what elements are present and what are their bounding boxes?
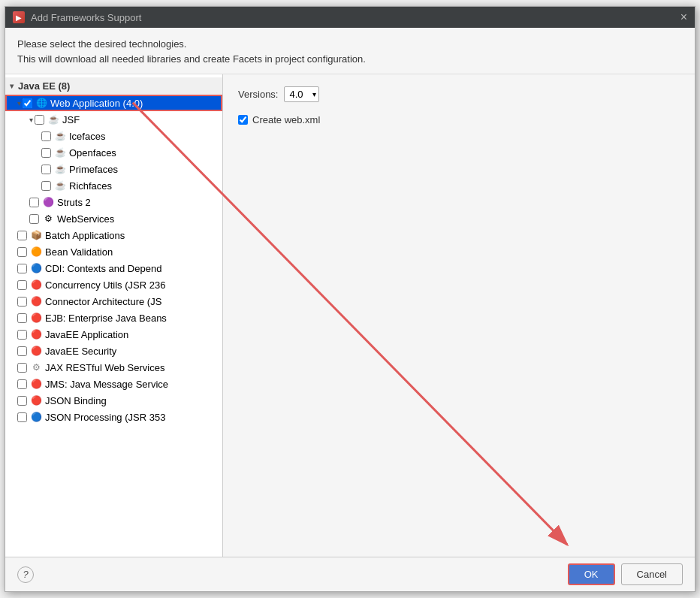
connector-icon: 🔴 xyxy=(30,295,42,307)
webservices-label: WebServices xyxy=(57,213,114,225)
group-java-ee: ▾ Java EE (8) xyxy=(5,77,222,95)
dialog-header: Please select the desired technologies. … xyxy=(5,28,695,74)
tree-item-batch[interactable]: 📦 Batch Applications xyxy=(5,227,222,243)
jax-restful-icon: ⚙ xyxy=(30,361,42,373)
header-line1: Please select the desired technologies. xyxy=(17,37,683,52)
bean-validation-icon: 🟠 xyxy=(30,246,42,258)
footer-right: OK Cancel xyxy=(568,563,683,585)
group-label: Java EE (8) xyxy=(18,80,70,92)
checkbox-batch[interactable] xyxy=(17,231,27,240)
checkbox-webservices[interactable] xyxy=(29,214,39,224)
title-bar: ▶ Add Frameworks Support × xyxy=(5,7,695,28)
json-binding-label: JSON Binding xyxy=(45,395,107,406)
dialog-body: Please select the desired technologies. … xyxy=(5,28,695,591)
create-webxml-row: Create web.xml xyxy=(238,114,680,125)
dialog-content: ▾ Java EE (8) ▾ 🌐 Web Application (4.0) … xyxy=(5,74,695,557)
tree-item-struts2[interactable]: 🟣 Struts 2 xyxy=(5,194,222,210)
group-arrow: ▾ xyxy=(10,82,14,90)
tree-item-json-processing[interactable]: 🔵 JSON Processing (JSR 353 xyxy=(5,409,222,425)
richfaces-label: Richfaces xyxy=(69,180,112,192)
help-button[interactable]: ? xyxy=(17,566,34,583)
checkbox-ejb[interactable] xyxy=(17,313,27,323)
struts2-label: Struts 2 xyxy=(57,197,91,208)
tree-item-concurrency[interactable]: 🔴 Concurrency Utils (JSR 236 xyxy=(5,276,222,293)
openfaces-label: Openfaces xyxy=(69,147,116,159)
expand-arrow-jsf: ▾ xyxy=(29,116,33,124)
footer-left: ? xyxy=(17,566,34,583)
cancel-button[interactable]: Cancel xyxy=(621,563,683,585)
tree-item-richfaces[interactable]: ☕ Richfaces xyxy=(5,177,222,194)
header-line2: This will download all needed libraries … xyxy=(17,52,683,67)
tree-item-webservices[interactable]: ⚙ WebServices xyxy=(5,210,222,227)
cdi-icon: 🔵 xyxy=(30,262,42,274)
json-processing-label: JSON Processing (JSR 353 xyxy=(45,412,165,423)
checkbox-javaee-app[interactable] xyxy=(17,330,27,340)
tree-item-jax-restful[interactable]: ⚙ JAX RESTful Web Services xyxy=(5,359,222,376)
javaee-security-label: JavaEE Security xyxy=(45,346,116,357)
checkbox-bean-validation[interactable] xyxy=(17,247,27,257)
add-frameworks-dialog: ▶ Add Frameworks Support × Please select… xyxy=(5,6,695,592)
checkbox-web-application[interactable] xyxy=(23,98,32,108)
checkbox-jsf[interactable] xyxy=(35,115,44,125)
checkbox-concurrency[interactable] xyxy=(17,280,27,290)
close-button[interactable]: × xyxy=(680,11,687,23)
versions-row: Versions: 3.0 4.0 5.0 xyxy=(238,86,680,102)
checkbox-json-processing[interactable] xyxy=(17,412,27,422)
json-processing-icon: 🔵 xyxy=(30,411,42,423)
checkbox-richfaces[interactable] xyxy=(41,181,51,191)
web-application-label: Web Application (4.0) xyxy=(50,98,143,109)
struts2-icon: 🟣 xyxy=(42,196,54,208)
primefaces-icon: ☕ xyxy=(54,163,66,175)
tree-item-bean-validation[interactable]: 🟠 Bean Validation xyxy=(5,243,222,260)
app-icon: ▶ xyxy=(13,11,25,23)
jax-restful-label: JAX RESTful Web Services xyxy=(45,362,164,373)
openfaces-icon: ☕ xyxy=(54,146,66,159)
tree-item-connector[interactable]: 🔴 Connector Architecture (JS xyxy=(5,293,222,310)
connector-label: Connector Architecture (JS xyxy=(45,296,161,307)
tree-item-jms[interactable]: 🔴 JMS: Java Message Service xyxy=(5,376,222,392)
checkbox-jms[interactable] xyxy=(17,379,27,389)
ok-button[interactable]: OK xyxy=(568,563,615,585)
tree-item-openfaces[interactable]: ☕ Openfaces xyxy=(5,144,222,161)
tree-item-javaee-app[interactable]: 🔴 JavaEE Application xyxy=(5,326,222,343)
expand-arrow-web: ▾ xyxy=(17,99,21,107)
jsf-label: JSF xyxy=(62,114,80,125)
checkbox-openfaces[interactable] xyxy=(41,148,51,158)
checkbox-icefaces[interactable] xyxy=(41,131,51,141)
checkbox-jax-restful[interactable] xyxy=(17,363,27,373)
versions-select[interactable]: 3.0 4.0 5.0 xyxy=(284,86,319,102)
webservices-icon: ⚙ xyxy=(42,213,54,225)
ejb-icon: 🔴 xyxy=(30,312,42,324)
javaee-app-label: JavaEE Application xyxy=(45,329,128,340)
create-webxml-checkbox[interactable] xyxy=(238,115,248,125)
icefaces-label: Icefaces xyxy=(69,131,105,142)
tree-item-jsf[interactable]: ▾ ☕ JSF xyxy=(5,111,222,128)
jsf-icon: ☕ xyxy=(47,113,59,125)
checkbox-cdi[interactable] xyxy=(17,264,27,273)
tree-item-cdi[interactable]: 🔵 CDI: Contexts and Depend xyxy=(5,260,222,276)
tree-item-icefaces[interactable]: ☕ Icefaces xyxy=(5,128,222,144)
batch-label: Batch Applications xyxy=(45,230,125,241)
tree-item-primefaces[interactable]: ☕ Primefaces xyxy=(5,161,222,177)
create-webxml-label[interactable]: Create web.xml xyxy=(252,114,320,125)
javaee-app-icon: 🔴 xyxy=(30,328,42,340)
primefaces-label: Primefaces xyxy=(69,164,118,175)
tree-item-ejb[interactable]: 🔴 EJB: Enterprise Java Beans xyxy=(5,310,222,326)
ejb-label: EJB: Enterprise Java Beans xyxy=(45,313,167,324)
tree-item-javaee-security[interactable]: 🔴 JavaEE Security xyxy=(5,343,222,359)
checkbox-connector[interactable] xyxy=(17,297,27,307)
versions-label: Versions: xyxy=(238,89,278,100)
checkbox-javaee-security[interactable] xyxy=(17,346,27,356)
checkbox-json-binding[interactable] xyxy=(17,396,27,406)
checkbox-struts2[interactable] xyxy=(29,198,39,207)
web-application-icon: 🌐 xyxy=(35,97,47,109)
tree-item-json-binding[interactable]: 🔴 JSON Binding xyxy=(5,392,222,409)
checkbox-primefaces[interactable] xyxy=(41,165,51,174)
batch-icon: 📦 xyxy=(30,229,42,241)
tree-item-web-application[interactable]: ▾ 🌐 Web Application (4.0) xyxy=(5,95,222,111)
javaee-security-icon: 🔴 xyxy=(30,345,42,357)
json-binding-icon: 🔴 xyxy=(30,394,42,406)
left-panel[interactable]: ▾ Java EE (8) ▾ 🌐 Web Application (4.0) … xyxy=(5,74,223,557)
bean-validation-label: Bean Validation xyxy=(45,246,113,258)
versions-select-wrapper[interactable]: 3.0 4.0 5.0 xyxy=(284,86,319,102)
